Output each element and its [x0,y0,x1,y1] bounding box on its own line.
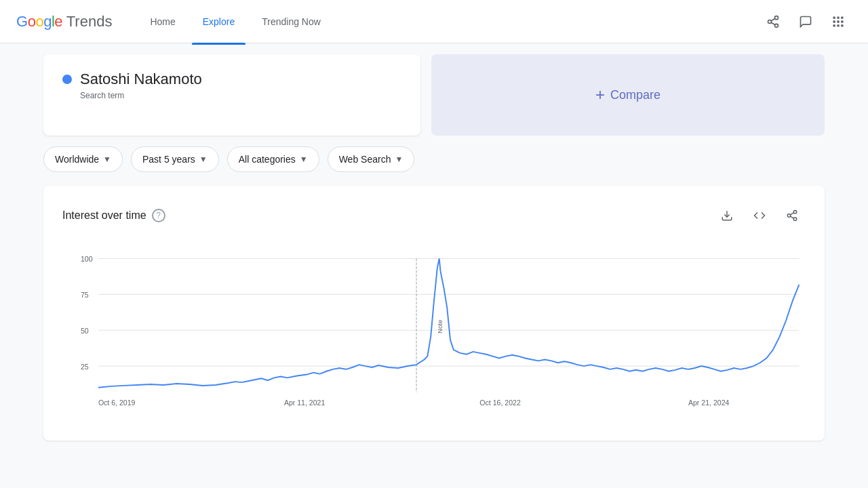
chart-title: Interest over time [62,209,146,222]
x-label-2024: Apr 21, 2024 [688,399,730,407]
chart-title-row: Interest over time ? [62,209,165,222]
svg-rect-13 [841,24,843,26]
feedback-button[interactable] [792,8,819,35]
compare-label: Compare [610,88,660,102]
y-label-50: 50 [81,327,89,335]
plus-icon: + [595,85,605,104]
search-term-text: Satoshi Nakamoto [80,70,202,88]
time-chevron-icon: ▼ [199,155,208,164]
search-type-chevron-icon: ▼ [395,155,403,164]
nav-home[interactable]: Home [139,11,186,33]
svg-point-0 [775,16,778,19]
svg-line-18 [790,216,793,218]
search-compare-row: Satoshi Nakamoto Search term + Compare [43,54,825,136]
svg-rect-9 [837,20,839,22]
apps-button[interactable] [825,8,852,35]
share-button[interactable] [760,8,787,35]
compare-inner: + Compare [595,85,660,104]
chart-actions [713,202,806,229]
chart-line-satoshi [98,258,800,387]
svg-line-4 [771,18,775,20]
svg-line-3 [771,22,775,24]
svg-point-15 [793,211,797,214]
main-content: Satoshi Nakamoto Search term + Compare W… [0,43,868,451]
y-label-25: 25 [81,363,89,371]
y-label-75: 75 [81,291,89,299]
svg-line-19 [790,213,793,215]
y-label-100: 100 [81,255,93,263]
main-nav: Home Explore Trending Now [139,11,760,33]
time-filter-label: Past 5 years [142,154,195,165]
compare-card[interactable]: + Compare [431,54,825,136]
svg-point-1 [768,20,772,23]
x-label-2022: Oct 16, 2022 [479,399,521,407]
filters-row: Worldwide ▼ Past 5 years ▼ All categorie… [43,146,825,172]
location-filter-label: Worldwide [55,154,99,165]
svg-rect-12 [837,24,839,26]
svg-rect-11 [833,24,835,26]
chart-share-button[interactable] [778,202,806,229]
svg-rect-7 [841,16,843,18]
search-term-row: Satoshi Nakamoto [62,70,401,88]
location-filter[interactable]: Worldwide ▼ [43,146,123,172]
term-indicator-dot [62,75,72,84]
header-icons [760,8,852,35]
svg-rect-6 [837,16,839,18]
nav-trending-now[interactable]: Trending Now [251,11,332,33]
download-button[interactable] [713,202,741,229]
embed-button[interactable] [746,202,773,229]
search-type-filter[interactable]: Web Search ▼ [328,146,415,172]
svg-rect-5 [833,16,835,18]
note-text-label: Note [436,320,443,333]
svg-point-16 [787,214,791,218]
x-label-2021: Apr 11, 2021 [284,399,326,407]
interest-over-time-chart: 100 75 50 25 Note Oct 6, 2019 Apr 11, 20… [62,245,806,422]
location-chevron-icon: ▼ [103,155,111,164]
chart-header: Interest over time ? [62,202,806,229]
logo: Google Trends [16,13,112,30]
svg-rect-10 [841,20,843,22]
svg-rect-8 [833,20,835,22]
google-logo: Google [16,13,62,30]
search-card: Satoshi Nakamoto Search term [43,54,420,136]
time-filter[interactable]: Past 5 years ▼ [131,146,219,172]
svg-point-17 [793,218,797,221]
category-chevron-icon: ▼ [300,155,308,164]
category-filter-label: All categories [239,154,296,165]
chart-container: 100 75 50 25 Note Oct 6, 2019 Apr 11, 20… [62,245,806,424]
search-type-filter-label: Web Search [339,154,391,165]
header: Google Trends Home Explore Trending Now [0,0,868,43]
category-filter[interactable]: All categories ▼ [227,146,319,172]
svg-point-2 [775,24,778,27]
trends-logo: Trends [62,13,112,30]
search-type-label: Search term [80,91,401,100]
chart-card: Interest over time ? [43,186,825,441]
help-icon[interactable]: ? [152,209,165,222]
nav-explore[interactable]: Explore [192,11,245,33]
x-label-2019: Oct 6, 2019 [98,399,136,407]
